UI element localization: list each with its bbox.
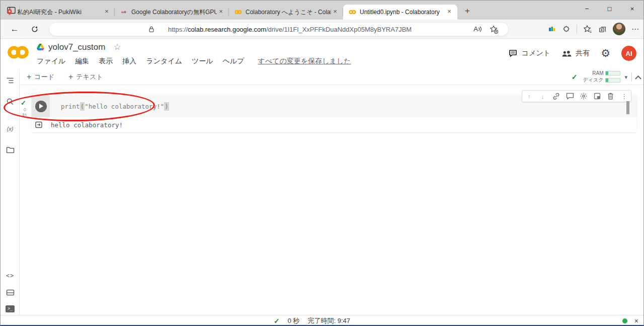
cell-output-row: hello colaboratory!: [32, 117, 636, 132]
output-icon[interactable]: [35, 121, 43, 129]
site-favicon: tcll: [120, 8, 128, 16]
menu-bar: ファイル 編集 表示 挿入 ランタイム ツール ヘルプ すべての変更を保存しまし…: [37, 57, 351, 66]
divider: [577, 25, 577, 34]
menu-insert[interactable]: 挿入: [122, 57, 136, 66]
variables-icon[interactable]: {x}: [1, 122, 20, 135]
tab-untitled-notebook[interactable]: Untitled0.ipynb - Colaboratory ×: [343, 5, 457, 20]
cell-menu-icon[interactable]: ⋮: [620, 92, 628, 101]
close-icon[interactable]: ×: [445, 8, 453, 16]
tab-title: Google Colaboratoryの無料GPU環: [131, 8, 217, 17]
header-actions: コメント 共有 ⚙ AI: [509, 46, 636, 61]
statusbar-close-icon[interactable]: ×: [634, 317, 638, 325]
share-label: 共有: [576, 49, 590, 58]
status-check-icon: ✓: [274, 317, 280, 325]
menu-edit[interactable]: 編集: [75, 57, 89, 66]
colab-header: yolov7_custom ☆ ファイル 編集 表示 挿入 ランタイム ツール …: [1, 39, 643, 69]
url-text[interactable]: https://colab.research.google.com/drive/…: [168, 26, 412, 33]
command-palette-icon[interactable]: [1, 286, 20, 299]
connection-dot-icon: [622, 318, 627, 323]
tab-pukiwiki[interactable]: 私的AI研究会 - PukiWiki ×: [1, 5, 115, 20]
scrollbar-thumb[interactable]: [626, 101, 629, 114]
refresh-icon[interactable]: [29, 23, 41, 35]
code-snippets-icon[interactable]: <>: [1, 269, 20, 282]
maximize-button[interactable]: □: [598, 1, 621, 17]
disk-label: ディスク: [581, 76, 603, 84]
status-completed-time: 完了時間: 9:47: [308, 316, 351, 325]
add-code-label: コード: [34, 72, 54, 82]
pin-icon: [6, 8, 14, 16]
terminal-icon[interactable]: >_: [1, 302, 20, 315]
extensions-puzzle-icon[interactable]: [561, 25, 571, 34]
star-icon[interactable]: ☆: [113, 42, 121, 52]
table-of-contents-icon[interactable]: [1, 74, 20, 87]
minimize-button[interactable]: −: [576, 1, 598, 17]
link-cell-icon[interactable]: [552, 92, 560, 101]
window-controls: − □ ×: [576, 1, 643, 17]
add-text-button[interactable]: + テキスト: [68, 72, 103, 82]
back-button[interactable]: ←: [9, 23, 21, 35]
menu-view[interactable]: 表示: [99, 57, 113, 66]
resource-gauges[interactable]: RAM ディスク: [581, 70, 620, 84]
comment-cell-icon[interactable]: [566, 92, 574, 101]
account-avatar[interactable]: AI: [621, 46, 636, 61]
ram-label: RAM: [581, 70, 603, 76]
new-tab-button[interactable]: +: [460, 4, 474, 18]
add-code-button[interactable]: + コード: [27, 72, 54, 82]
address-bar[interactable]: https://colab.research.google.com/drive/…: [49, 22, 509, 36]
collections-icon[interactable]: [598, 25, 607, 33]
settings-gear-icon[interactable]: ⚙: [601, 47, 610, 59]
colab-favicon-icon: [234, 8, 242, 16]
lock-icon[interactable]: [148, 26, 155, 33]
notebook-title[interactable]: yolov7_custom: [48, 42, 105, 52]
plus-icon: +: [68, 72, 73, 82]
notebook-toolbar: + コード + テキスト ✓ RAM ディスク ▾: [20, 69, 644, 85]
close-icon[interactable]: ×: [331, 8, 339, 16]
add-favorite-icon[interactable]: [490, 25, 498, 34]
plus-icon: +: [27, 72, 31, 82]
status-bar: ✓ 0 秒 完了時間: 9:47 ×: [1, 315, 643, 325]
tab-title: Untitled0.ipynb - Colaboratory: [360, 9, 445, 16]
favorites-icon[interactable]: [583, 25, 592, 34]
files-folder-icon[interactable]: [1, 143, 20, 156]
move-cell-down-icon[interactable]: ↓: [538, 92, 547, 101]
read-aloud-icon[interactable]: A: [473, 25, 482, 33]
close-icon[interactable]: ×: [217, 8, 225, 16]
add-text-label: テキスト: [76, 72, 103, 82]
connected-check-icon: ✓: [572, 73, 578, 81]
delete-cell-trash-icon[interactable]: [606, 92, 615, 101]
close-window-button[interactable]: ×: [621, 1, 643, 17]
chevron-down-icon[interactable]: ▾: [624, 74, 627, 80]
menu-help[interactable]: ヘルプ: [223, 57, 245, 66]
comment-button[interactable]: コメント: [509, 49, 550, 58]
status-duration: 0 秒: [288, 316, 300, 325]
collapse-header-icon[interactable]: [635, 75, 641, 82]
tab-gpu-article[interactable]: tcll Google Colaboratoryの無料GPU環 ×: [115, 5, 229, 20]
disk-gauge: [605, 78, 620, 83]
output-text: hello colaboratory!: [32, 121, 123, 129]
menu-tools[interactable]: ツール: [192, 57, 213, 66]
drive-icon: [37, 44, 44, 50]
menu-file[interactable]: ファイル: [37, 57, 65, 66]
move-cell-up-icon[interactable]: ↑: [525, 92, 533, 101]
resources-cluster: ✓ RAM ディスク ▾: [572, 69, 640, 85]
cell-toolbar: ↑ ↓ ⋮: [522, 90, 631, 102]
colab-favicon-icon: [348, 8, 356, 16]
tab-colab-welcome[interactable]: Colaboratory へようこそ - Colabora ×: [229, 5, 343, 20]
ram-gauge: [605, 71, 620, 75]
save-status-link[interactable]: すべての変更を保存しました: [258, 57, 351, 66]
tab-bar: 私的AI研究会 - PukiWiki × tcll Google Colabor…: [1, 1, 643, 20]
browser-window: 私的AI研究会 - PukiWiki × tcll Google Colabor…: [0, 0, 644, 326]
extension-favicon[interactable]: [548, 26, 555, 33]
share-button[interactable]: 共有: [561, 49, 590, 58]
tab-title: 私的AI研究会 - PukiWiki: [17, 8, 103, 17]
notebook-title-row: yolov7_custom ☆: [37, 42, 121, 52]
menu-runtime[interactable]: ランタイム: [146, 57, 182, 66]
browser-profile-avatar[interactable]: [613, 23, 625, 35]
comment-label: コメント: [522, 49, 550, 58]
cell-settings-gear-icon[interactable]: [579, 92, 588, 101]
mirror-cell-icon[interactable]: [593, 92, 601, 101]
close-icon[interactable]: ×: [103, 8, 111, 16]
browser-menu-icon[interactable]: ⋯: [631, 25, 639, 34]
navbar-right-icons: ⋯: [548, 23, 639, 35]
colab-logo-icon[interactable]: [7, 44, 30, 60]
